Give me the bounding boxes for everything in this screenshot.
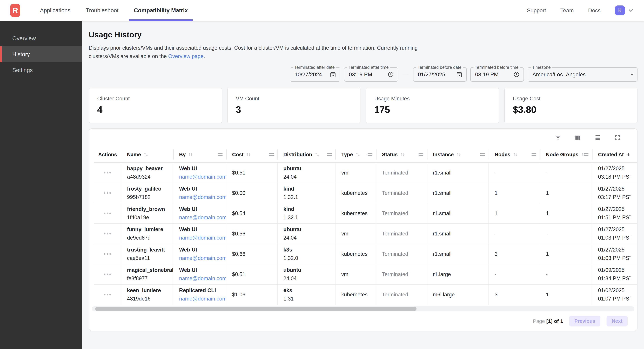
- sort-icon[interactable]: [188, 152, 194, 157]
- cell-node-groups: 1: [540, 285, 592, 305]
- sort-icon[interactable]: [314, 152, 320, 157]
- ellipsis-icon: [110, 213, 111, 214]
- creator-email-link[interactable]: name@domain.com: [179, 174, 223, 180]
- chevron-down-icon[interactable]: [628, 7, 634, 13]
- table-row: friendly_brown1f40a19e Web UIname@domain…: [94, 203, 637, 224]
- row-actions-button[interactable]: [94, 183, 121, 203]
- tab-compatibility-matrix[interactable]: Compatibility Matrix: [129, 0, 192, 21]
- creator-email-link[interactable]: name@domain.com: [179, 235, 223, 241]
- nodes-value: -: [494, 170, 537, 176]
- tab-applications[interactable]: Applications: [35, 0, 75, 21]
- sort-desc-icon[interactable]: [626, 152, 631, 157]
- density-icon[interactable]: [594, 134, 601, 141]
- terminated-before-time-field[interactable]: Terminated before time 03:19 PM: [470, 67, 524, 82]
- calendar-icon[interactable]: [456, 71, 462, 78]
- column-label: Instance: [433, 152, 454, 157]
- creator-email-link[interactable]: name@domain.com: [179, 275, 223, 282]
- creator-email-link[interactable]: name@domain.com: [179, 214, 223, 221]
- row-actions-button[interactable]: [94, 163, 121, 183]
- cell-status: Terminated: [376, 163, 427, 183]
- sort-icon[interactable]: [143, 152, 149, 157]
- avatar[interactable]: K: [615, 5, 625, 15]
- terminated-after-date-field[interactable]: Terminated after date 10/27/2024: [290, 67, 340, 82]
- cluster-name: keen_lumiere: [127, 287, 170, 294]
- row-actions-button[interactable]: [94, 264, 121, 284]
- clock-icon[interactable]: [388, 71, 394, 78]
- column-menu-icon[interactable]: [584, 153, 588, 156]
- column-header-cost[interactable]: Cost: [226, 146, 278, 162]
- column-label: Name: [127, 152, 141, 157]
- column-header-by[interactable]: By: [173, 146, 226, 162]
- terminated-before-date-field[interactable]: Terminated before date 01/27/2025: [413, 67, 466, 82]
- calendar-icon[interactable]: [330, 71, 336, 78]
- row-actions-button[interactable]: [94, 244, 121, 264]
- column-menu-icon[interactable]: [532, 153, 536, 156]
- column-menu-icon[interactable]: [418, 153, 423, 156]
- cell-nodes: 1: [489, 183, 540, 203]
- team-link[interactable]: Team: [560, 7, 574, 14]
- cell-nodes: 1: [489, 203, 540, 223]
- sort-icon[interactable]: [512, 152, 518, 157]
- column-header-instance[interactable]: Instance: [427, 146, 489, 162]
- distribution-version: 1.32.1: [283, 194, 332, 200]
- column-header-nodes[interactable]: Nodes: [489, 146, 540, 162]
- creator-email-link[interactable]: name@domain.com: [179, 255, 223, 261]
- sort-icon[interactable]: [355, 152, 361, 157]
- cell-cost: $0.51: [226, 163, 278, 183]
- column-menu-icon[interactable]: [327, 153, 332, 156]
- sidebar-item-settings[interactable]: Settings: [0, 62, 82, 78]
- sort-icon[interactable]: [246, 152, 252, 157]
- ellipsis-icon: [104, 294, 106, 295]
- scrollbar-thumb[interactable]: [95, 307, 416, 311]
- creator-email-link[interactable]: name@domain.com: [179, 296, 223, 302]
- support-link[interactable]: Support: [527, 7, 546, 14]
- created-time: 03:18 PM PST: [598, 174, 628, 180]
- tab-troubleshoot[interactable]: Troubleshoot: [81, 0, 123, 21]
- cell-created-at: 01/09/202501:34 PM PST: [592, 264, 630, 284]
- horizontal-scrollbar[interactable]: [92, 306, 634, 312]
- overview-page-link[interactable]: Overview page: [168, 53, 204, 59]
- clock-icon[interactable]: [513, 71, 520, 78]
- columns-icon[interactable]: [574, 134, 581, 141]
- row-actions-button[interactable]: [94, 285, 121, 305]
- column-header-distribution[interactable]: Distribution: [278, 146, 336, 162]
- row-actions-button[interactable]: [94, 224, 121, 244]
- column-header-status[interactable]: Status: [376, 146, 427, 162]
- node-groups-value: 1: [546, 190, 589, 196]
- column-header-created-at[interactable]: Created At: [592, 146, 630, 162]
- created-date: 01/27/2025: [598, 206, 628, 212]
- status-badge: Terminated: [382, 190, 424, 196]
- cell-instance: r1.small: [427, 163, 489, 183]
- terminated-after-time-field[interactable]: Terminated after time 03:19 PM: [344, 67, 398, 82]
- column-header-type[interactable]: Type: [336, 146, 376, 162]
- docs-link[interactable]: Docs: [588, 7, 600, 14]
- replicated-logo[interactable]: R: [10, 4, 20, 17]
- next-page-button[interactable]: Next: [606, 316, 628, 327]
- top-navbar: R Applications Troubleshoot Compatibilit…: [0, 0, 644, 21]
- timezone-select[interactable]: Timezone America/Los_Angeles: [528, 67, 638, 82]
- stat-label: Cluster Count: [97, 96, 214, 102]
- tab-label: Applications: [40, 7, 70, 14]
- column-menu-icon[interactable]: [269, 153, 274, 156]
- column-menu-icon[interactable]: [368, 153, 372, 156]
- cell-created-at: 01/27/202501:51 PM PST: [592, 203, 630, 223]
- account-menu[interactable]: K: [615, 5, 634, 15]
- row-actions-button[interactable]: [94, 203, 121, 223]
- field-value: America/Los_Angeles: [532, 71, 586, 78]
- field-value: 10/27/2024: [295, 71, 322, 78]
- cell-type: vm: [336, 264, 376, 284]
- sort-icon[interactable]: [400, 152, 406, 157]
- sort-icon[interactable]: [456, 152, 462, 157]
- nodes-value: -: [494, 271, 537, 278]
- column-header-name[interactable]: Name: [121, 146, 173, 162]
- column-menu-icon[interactable]: [480, 153, 485, 156]
- column-menu-icon[interactable]: [218, 153, 222, 156]
- sidebar-item-history[interactable]: History: [0, 46, 82, 62]
- filter-icon[interactable]: [555, 134, 561, 141]
- previous-page-button[interactable]: Previous: [569, 316, 600, 327]
- page-description: Displays prior clusters/VMs and their as…: [89, 44, 638, 60]
- creator-email-link[interactable]: name@domain.com: [179, 194, 223, 200]
- fullscreen-icon[interactable]: [614, 134, 621, 141]
- sidebar-item-overview[interactable]: Overview: [0, 30, 82, 46]
- column-header-node-groups[interactable]: Node Groups: [540, 146, 592, 162]
